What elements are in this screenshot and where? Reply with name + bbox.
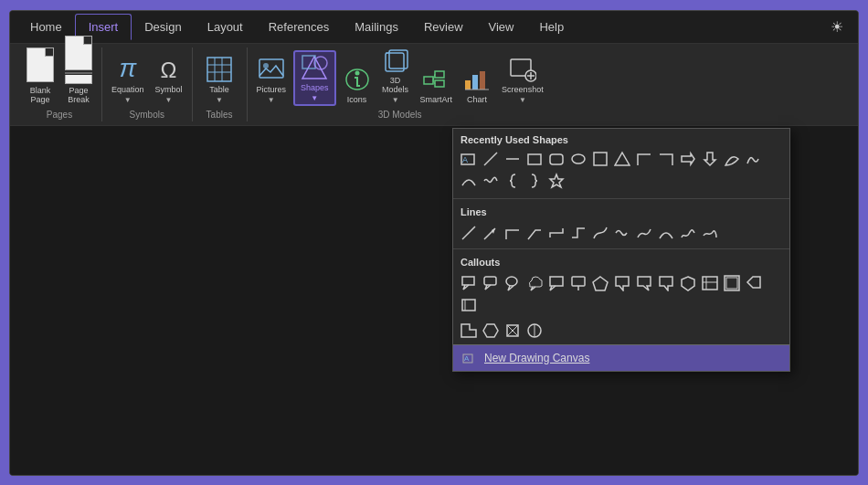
shape-text-box[interactable]: A [459, 149, 479, 169]
svg-rect-53 [726, 278, 737, 289]
line-curve[interactable] [590, 223, 610, 243]
shape-curved[interactable] [722, 149, 742, 169]
shape-triangle[interactable] [612, 149, 632, 169]
svg-rect-21 [480, 71, 485, 90]
svg-marker-37 [704, 153, 715, 165]
tab-mailings[interactable]: Mailings [342, 15, 411, 39]
svg-rect-14 [424, 77, 433, 84]
app-window: Home Insert Design Layout References Mai… [9, 10, 859, 476]
symbols-label: Symbols [130, 110, 164, 121]
shapes-panel: Recently Used Shapes A [452, 128, 790, 372]
screenshot-dropdown-arrow: ▼ [519, 96, 526, 104]
lines-title: Lines [453, 201, 789, 221]
callout-extra2[interactable] [481, 321, 501, 341]
svg-rect-19 [465, 80, 471, 90]
svg-text:A: A [464, 354, 470, 363]
shape-line2[interactable] [503, 149, 523, 169]
new-canvas-icon: A [462, 351, 477, 365]
callout-shape11[interactable] [459, 295, 479, 315]
blank-page-button[interactable]: BlankPage [23, 46, 58, 106]
table-button[interactable]: Table ▼ [202, 54, 237, 106]
line-corner2[interactable] [524, 223, 545, 243]
svg-text:A: A [462, 155, 468, 164]
help-icon[interactable]: ☀ [823, 15, 851, 39]
line-squiggle2[interactable] [678, 223, 698, 243]
symbol-button[interactable]: Ω Symbol ▼ [152, 56, 186, 106]
callouts-grid [453, 271, 789, 319]
tab-review[interactable]: Review [411, 15, 476, 39]
svg-rect-32 [550, 154, 563, 164]
shape-line[interactable] [481, 149, 501, 169]
line-step2[interactable] [568, 223, 588, 243]
line-corner[interactable] [503, 223, 523, 243]
shape-right-angle2[interactable] [656, 149, 676, 169]
shape-squiggle[interactable] [744, 149, 764, 169]
callout-extra4[interactable] [524, 321, 545, 341]
callout-extra3[interactable] [503, 321, 523, 341]
shape-rounded-rect[interactable] [546, 149, 566, 169]
3d-models-button[interactable]: 3DModels ▼ [378, 45, 413, 106]
line-scribble[interactable] [700, 223, 720, 243]
tab-view[interactable]: View [476, 15, 527, 39]
shape-arc[interactable] [459, 171, 479, 191]
tables-inner: Table ▼ [202, 47, 237, 106]
screenshot-button[interactable]: Screenshot ▼ [498, 54, 547, 106]
callout-extra1[interactable] [459, 321, 479, 341]
group-illustrations: Pictures ▼ Shapes ▼ [248, 47, 553, 121]
line-step[interactable] [546, 223, 566, 243]
callout-rounded[interactable] [481, 273, 501, 293]
shape-right-angle[interactable] [634, 149, 654, 169]
svg-marker-38 [550, 174, 563, 187]
callout-shape5[interactable] [634, 273, 654, 293]
blank-page-icon [26, 47, 54, 82]
page-break-button[interactable]: PageBreak [61, 34, 96, 106]
tab-layout[interactable]: Layout [195, 15, 256, 39]
callout-shape9[interactable] [722, 273, 742, 293]
recently-used-title: Recently Used Shapes [453, 129, 789, 149]
svg-rect-45 [550, 277, 563, 286]
shape-brace-left[interactable] [503, 171, 523, 191]
shapes-button[interactable]: Shapes ▼ [293, 50, 336, 106]
shape-arrow-right[interactable] [678, 149, 698, 169]
shape-wave[interactable] [481, 171, 501, 191]
tab-references[interactable]: References [256, 15, 342, 39]
svg-rect-42 [462, 277, 474, 285]
svg-rect-15 [435, 71, 444, 78]
callout-shape6[interactable] [656, 273, 676, 293]
line-wave2[interactable] [612, 223, 632, 243]
smartart-button[interactable]: SmartArt [417, 64, 457, 106]
equation-button[interactable]: π Equation ▼ [108, 52, 148, 106]
svg-rect-49 [703, 277, 717, 290]
icons-button[interactable]: Icons [340, 64, 375, 106]
callout-shape4[interactable] [612, 273, 632, 293]
callout-shape10[interactable] [744, 273, 764, 293]
callout-shape7[interactable] [678, 273, 698, 293]
shape-rect2[interactable] [590, 149, 610, 169]
callout-shape8[interactable] [700, 273, 720, 293]
line-arrow[interactable] [481, 223, 501, 243]
svg-rect-43 [484, 277, 496, 285]
svg-point-44 [506, 277, 517, 286]
shape-arrow-down[interactable] [700, 149, 720, 169]
line-freeform[interactable] [634, 223, 654, 243]
callout-shape3[interactable] [590, 273, 610, 293]
table-dropdown-arrow: ▼ [216, 96, 223, 104]
shape-ellipse[interactable] [568, 149, 588, 169]
shape-brace-right[interactable] [524, 171, 545, 191]
smartart-icon [422, 66, 450, 93]
callout-shape2[interactable] [568, 273, 588, 293]
tab-help[interactable]: Help [526, 15, 577, 39]
tab-design[interactable]: Design [132, 15, 194, 39]
pictures-button[interactable]: Pictures ▼ [253, 54, 291, 106]
shape-star[interactable] [546, 171, 566, 191]
callout-cloud[interactable] [524, 273, 545, 293]
line-arc[interactable] [656, 223, 676, 243]
callout-oval[interactable] [503, 273, 523, 293]
new-drawing-canvas-button[interactable]: A New Drawing Canvas [453, 344, 789, 371]
shape-rect[interactable] [524, 149, 545, 169]
callouts-title: Callouts [453, 251, 789, 271]
line-straight[interactable] [459, 223, 479, 243]
chart-button[interactable]: Chart [460, 64, 494, 106]
callout-rect[interactable] [459, 273, 479, 293]
callout-shape1[interactable] [546, 273, 566, 293]
